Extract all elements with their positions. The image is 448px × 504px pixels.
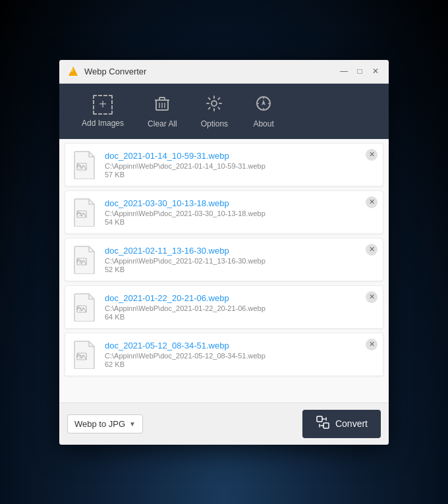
file-path: C:\Appinn\WebP\doc_2021-02-11_13-16-30.w… — [105, 257, 375, 265]
file-path: C:\Appinn\WebP\doc_2021-05-12_08-34-51.w… — [105, 352, 375, 360]
file-name: doc_2021-02-11_13-16-30.webp — [105, 246, 375, 256]
file-path: C:\Appinn\WebP\doc_2021-01-22_20-21-06.w… — [105, 304, 375, 312]
file-size: 57 KB — [105, 171, 375, 179]
remove-file-button[interactable]: ✕ — [366, 196, 378, 208]
svg-rect-31 — [323, 423, 329, 428]
clear-all-label: Clear All — [148, 119, 177, 128]
window-title: Webp Converter — [84, 67, 339, 76]
file-name: doc_2021-01-14_10-59-31.webp — [105, 151, 375, 161]
about-button[interactable]: About — [240, 89, 287, 134]
svg-marker-1 — [69, 67, 73, 72]
clear-all-button[interactable]: Clear All — [136, 89, 189, 134]
convert-button[interactable]: Convert — [302, 410, 381, 438]
gear-icon — [205, 94, 223, 115]
list-item: doc_2021-01-22_20-21-06.webp C:\Appinn\W… — [65, 285, 383, 329]
file-icon — [73, 340, 97, 369]
file-name: doc_2021-03-30_10-13-18.webp — [105, 198, 375, 208]
format-value: Webp to JPG — [74, 419, 125, 429]
file-path: C:\Appinn\WebP\doc_2021-01-14_10-59-31.w… — [105, 162, 375, 170]
file-icon — [73, 293, 97, 322]
svg-rect-30 — [317, 416, 322, 422]
svg-point-8 — [211, 101, 217, 106]
file-info: doc_2021-01-22_20-21-06.webp C:\Appinn\W… — [105, 293, 375, 321]
options-button[interactable]: Options — [189, 89, 240, 134]
app-window: Webp Converter — □ ✕ + Add Images — [59, 60, 389, 445]
file-icon — [73, 150, 97, 179]
list-item: doc_2021-05-12_08-34-51.webp C:\Appinn\W… — [65, 333, 383, 376]
add-images-button[interactable]: + Add Images — [70, 89, 136, 134]
window-controls: — □ ✕ — [339, 66, 381, 76]
remove-file-button[interactable]: ✕ — [366, 244, 378, 256]
file-size: 52 KB — [105, 266, 375, 273]
add-images-label: Add Images — [82, 119, 124, 128]
list-item: doc_2021-03-30_10-13-18.webp C:\Appinn\W… — [65, 190, 383, 234]
compass-icon — [254, 94, 273, 115]
file-info: doc_2021-01-14_10-59-31.webp C:\Appinn\W… — [105, 151, 375, 179]
convert-icon — [316, 415, 330, 433]
options-label: Options — [201, 119, 228, 128]
close-button[interactable]: ✕ — [370, 66, 381, 76]
list-item: doc_2021-01-14_10-59-31.webp C:\Appinn\W… — [65, 143, 383, 186]
list-item: doc_2021-02-11_13-16-30.webp C:\Appinn\W… — [65, 238, 383, 281]
file-info: doc_2021-02-11_13-16-30.webp C:\Appinn\W… — [105, 246, 375, 273]
format-selector[interactable]: Webp to JPG ▼ — [67, 414, 143, 434]
file-info: doc_2021-05-12_08-34-51.webp C:\Appinn\W… — [105, 341, 375, 368]
maximize-button[interactable]: □ — [354, 66, 365, 76]
about-label: About — [253, 119, 273, 128]
add-icon: + — [93, 95, 113, 115]
file-size: 54 KB — [105, 218, 375, 226]
file-list: doc_2021-01-14_10-59-31.webp C:\Appinn\W… — [59, 139, 389, 403]
file-size: 64 KB — [105, 313, 375, 321]
svg-marker-14 — [262, 99, 266, 105]
bottom-bar: Webp to JPG ▼ Convert — [59, 403, 389, 445]
toolbar: + Add Images Clear All — [59, 84, 389, 139]
file-name: doc_2021-01-22_20-21-06.webp — [105, 293, 375, 303]
svg-rect-4 — [159, 98, 165, 100]
file-icon — [73, 245, 97, 274]
remove-file-button[interactable]: ✕ — [366, 339, 378, 350]
trash-icon — [153, 94, 171, 115]
file-path: C:\Appinn\WebP\doc_2021-03-30_10-13-18.w… — [105, 210, 375, 217]
file-name: doc_2021-05-12_08-34-51.webp — [105, 341, 375, 350]
convert-label: Convert — [335, 418, 368, 429]
file-icon — [73, 198, 97, 227]
remove-file-button[interactable]: ✕ — [366, 291, 378, 303]
app-logo — [67, 65, 79, 77]
chevron-down-icon: ▼ — [129, 420, 136, 428]
minimize-button[interactable]: — — [339, 66, 349, 76]
remove-file-button[interactable]: ✕ — [366, 149, 378, 161]
file-info: doc_2021-03-30_10-13-18.webp C:\Appinn\W… — [105, 198, 375, 226]
file-size: 62 KB — [105, 360, 375, 368]
title-bar: Webp Converter — □ ✕ — [59, 60, 389, 84]
